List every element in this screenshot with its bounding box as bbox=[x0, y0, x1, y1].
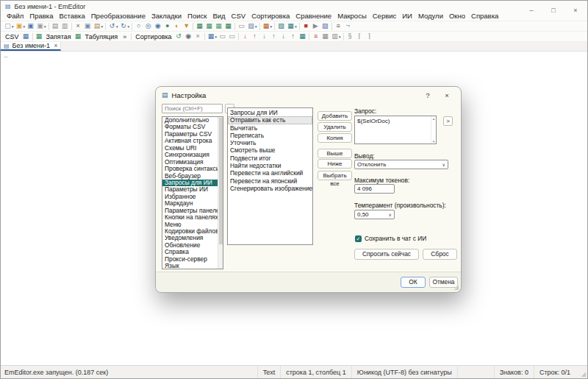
dialog-help-button[interactable]: ? bbox=[420, 90, 436, 101]
ask-now-button[interactable]: Спросить сейчас bbox=[354, 249, 419, 260]
minimize-button[interactable]: – bbox=[520, 1, 542, 20]
status-line-count[interactable]: Строк: 0/1 bbox=[534, 366, 576, 378]
ok-button[interactable]: ОК bbox=[401, 277, 426, 288]
macro-icon[interactable]: ▧ bbox=[320, 21, 330, 31]
copy-button[interactable]: Копия bbox=[318, 133, 352, 143]
replace-icon[interactable]: ◎ bbox=[143, 21, 153, 31]
prompt-macro-button[interactable]: > bbox=[443, 116, 453, 126]
request-item[interactable]: Уточнить bbox=[228, 139, 312, 146]
comma-grid-icon[interactable]: ▦ bbox=[35, 32, 44, 41]
csv-grid-icon[interactable]: ▦ bbox=[21, 32, 31, 41]
status-mode[interactable]: Text bbox=[257, 366, 281, 378]
request-item[interactable]: Переписать bbox=[228, 132, 312, 139]
category-item[interactable]: Проверка синтаксиса bbox=[162, 166, 223, 172]
category-item[interactable]: Прокси-сервер bbox=[162, 256, 223, 263]
tab-grid-icon[interactable]: ▦ bbox=[74, 32, 83, 41]
category-item[interactable]: Запросы для ИИ bbox=[162, 180, 223, 186]
category-scrollbar[interactable] bbox=[218, 117, 223, 269]
temperature-dropdown[interactable]: 0,50 ∨ bbox=[354, 210, 395, 219]
request-item[interactable]: Подвести итог bbox=[228, 155, 312, 162]
tab-close-icon[interactable]: × bbox=[54, 42, 57, 49]
paste-icon-dropdown[interactable]: ▾ bbox=[101, 24, 104, 29]
margin-right-icon[interactable]: ⌉ bbox=[365, 32, 374, 41]
menu-item-3[interactable]: Преобразование bbox=[88, 12, 148, 20]
request-item[interactable]: Перевести на японский bbox=[228, 177, 312, 185]
category-item[interactable]: Форматы CSV bbox=[162, 124, 223, 130]
menu-item-14[interactable]: Окно bbox=[446, 12, 468, 20]
csv-comma-icon[interactable]: ▦ bbox=[204, 21, 214, 31]
category-item[interactable]: Кодировки файлов bbox=[162, 228, 223, 235]
open-file-icon-dropdown[interactable]: ▾ bbox=[24, 24, 26, 29]
tab-mode-button[interactable]: Табуляция bbox=[83, 33, 121, 40]
margin-left-icon[interactable]: ⌈ bbox=[355, 32, 365, 41]
menu-item-5[interactable]: Поиск bbox=[184, 12, 209, 20]
table-edit-icon-dropdown[interactable]: ▾ bbox=[295, 24, 297, 29]
delete-column-icon[interactable]: × bbox=[193, 32, 203, 41]
sort-length-ascending-icon[interactable]: ↓ bbox=[279, 32, 288, 41]
mail-icon[interactable]: ▭ bbox=[237, 21, 246, 31]
request-item[interactable]: Смотреть выше bbox=[228, 146, 312, 154]
request-item[interactable]: Перевести на английский bbox=[228, 169, 312, 177]
chart-icon-dropdown[interactable]: ▾ bbox=[270, 24, 273, 29]
menu-item-12[interactable]: ИИ bbox=[399, 12, 415, 20]
freeze-panel-icon[interactable]: ▭ bbox=[218, 32, 227, 41]
scrollbar-thumb[interactable] bbox=[219, 118, 223, 244]
menu-item-9[interactable]: Сравнение bbox=[293, 12, 334, 20]
category-item[interactable]: Параметры панелей bbox=[162, 208, 223, 214]
menu-item-10[interactable]: Макросы bbox=[334, 12, 370, 20]
add-button[interactable]: Добавить bbox=[318, 111, 352, 121]
replace-in-files-icon[interactable]: ● bbox=[162, 21, 172, 31]
category-item[interactable]: Язык bbox=[162, 263, 223, 269]
scroll-down-icon[interactable]: ▾ bbox=[433, 139, 435, 144]
category-item[interactable]: Меню bbox=[162, 222, 223, 228]
settings-search-input[interactable] bbox=[162, 104, 223, 113]
sort-columns-icon[interactable]: ▦ bbox=[298, 32, 307, 41]
sort-az-descending-icon[interactable]: ↑ bbox=[250, 32, 259, 41]
dialog-close-button[interactable]: × bbox=[439, 90, 455, 101]
move-up-button[interactable]: Выше bbox=[318, 149, 352, 158]
prompt-textarea[interactable]: $(SelOrDoc) ▴ ▾ bbox=[354, 116, 437, 144]
category-item[interactable]: Веб-браузер bbox=[162, 173, 223, 180]
category-item[interactable]: Маркдаун bbox=[162, 200, 223, 207]
menu-item-15[interactable]: Справка bbox=[468, 12, 501, 20]
sort-toolbar-label[interactable]: Сортировка bbox=[133, 33, 173, 40]
request-item[interactable]: Отправить как есть bbox=[228, 116, 312, 124]
workspace-icon[interactable]: ▧ bbox=[276, 21, 286, 31]
category-item[interactable]: Кнопки на панелях bbox=[162, 214, 223, 221]
new-file-icon-dropdown[interactable]: ▾ bbox=[12, 24, 14, 29]
menu-item-6[interactable]: Вид bbox=[209, 12, 228, 20]
category-item[interactable]: Избранное bbox=[162, 194, 223, 200]
run-macro-icon[interactable]: ▶ bbox=[311, 21, 320, 31]
heading-row-icon[interactable]: ◉ bbox=[184, 32, 193, 41]
delete-button[interactable]: Удалить bbox=[318, 122, 352, 132]
filter-icon[interactable]: ▼ bbox=[182, 21, 191, 31]
redo-icon-dropdown[interactable]: ▾ bbox=[128, 24, 130, 29]
category-item[interactable]: Дополнительно bbox=[162, 117, 223, 124]
sort-num-descending-icon[interactable]: ↑ bbox=[269, 32, 279, 41]
csv-options-icon[interactable]: ▦ bbox=[223, 21, 233, 31]
request-item[interactable]: Вычитать bbox=[228, 124, 312, 132]
csv-convert-icon[interactable]: ▦ bbox=[195, 21, 204, 31]
close-button[interactable]: × bbox=[564, 1, 587, 20]
dialog-resize-grip[interactable]: ◢ bbox=[454, 284, 459, 291]
sort-length-descending-icon[interactable]: ↑ bbox=[288, 32, 298, 41]
menu-item-7[interactable]: CSV bbox=[229, 12, 249, 20]
refresh-icon[interactable]: ↺ bbox=[174, 32, 184, 41]
category-item[interactable]: Справка bbox=[162, 249, 223, 255]
menu-item-2[interactable]: Вставка bbox=[56, 12, 87, 20]
find-in-files-icon[interactable]: ◉ bbox=[153, 21, 162, 31]
resize-grip[interactable]: ◢ bbox=[576, 366, 587, 378]
sort-az-ascending-icon[interactable]: ↓ bbox=[240, 32, 250, 41]
menu-item-0[interactable]: Файл bbox=[4, 12, 26, 20]
customize-icon[interactable]: ¬ bbox=[343, 21, 353, 31]
menu-item-8[interactable]: Сортировка bbox=[248, 12, 293, 20]
maximize-button[interactable]: □ bbox=[542, 1, 564, 20]
record-macro-icon[interactable]: ■ bbox=[301, 21, 311, 31]
status-encoding[interactable]: Юникод (UTF-8) без сигнатуры bbox=[351, 366, 457, 378]
menu-item-11[interactable]: Сервис bbox=[370, 12, 400, 20]
csv-mode-button[interactable]: CSV bbox=[3, 33, 21, 40]
toolbar-overflow-chevron[interactable]: » bbox=[120, 33, 129, 40]
max-tokens-input[interactable]: 4 096 bbox=[354, 184, 395, 194]
category-item[interactable]: Параметры ИИ bbox=[162, 186, 223, 193]
save-icon[interactable]: ▣ bbox=[26, 21, 35, 31]
